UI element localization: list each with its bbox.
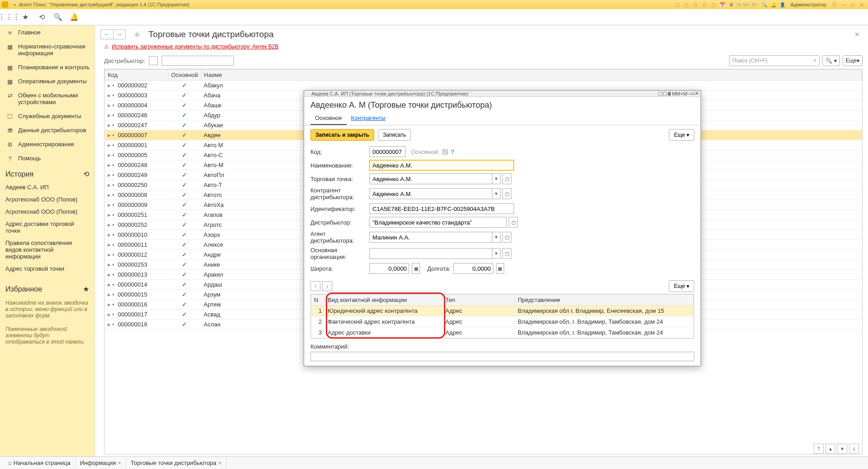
calendar-icon[interactable]: 📅 — [719, 1, 726, 8]
dist-combo[interactable] — [369, 217, 507, 228]
star-icon[interactable]: ★ — [20, 12, 31, 23]
m-plus-label[interactable]: M+ — [676, 91, 683, 96]
expander-icon[interactable]: ▸ ▪ — [108, 221, 114, 228]
bottom-tab[interactable]: Торговые точки дистрибьютора × — [126, 458, 227, 468]
expander-icon[interactable]: ▸ ▪ — [108, 152, 114, 158]
sidebar-item[interactable]: ⇄Обмен с мобильными устройствами — [0, 88, 95, 109]
close-icon[interactable]: ✕ — [858, 1, 865, 8]
expander-icon[interactable]: ▸ ▪ — [108, 311, 114, 318]
expander-icon[interactable]: ▸ ▪ — [108, 182, 114, 188]
tab-close-icon[interactable]: × — [118, 459, 121, 466]
expander-icon[interactable]: ▸ ▪ — [108, 191, 114, 198]
expander-icon[interactable]: ▸ ▪ — [108, 261, 114, 268]
tab-close-icon[interactable]: × — [218, 459, 222, 466]
expander-icon[interactable]: ▸ ▪ — [108, 162, 114, 168]
tab-main[interactable]: Основное — [310, 112, 347, 125]
save-and-close-button[interactable]: Записать и закрыть — [310, 129, 374, 141]
titlebar-icon[interactable]: ▢ — [692, 1, 699, 8]
move-down-button[interactable]: ↓ — [322, 281, 332, 291]
scroll-up-button[interactable]: ▲ — [825, 444, 835, 454]
more-button[interactable]: Еще ▾ — [843, 55, 863, 66]
search-clear-icon[interactable]: × — [813, 57, 816, 64]
stepper-icon[interactable]: ▦ — [412, 263, 420, 274]
history-item[interactable]: Адрес доставки торговой точки — [0, 218, 95, 237]
m-minus-label[interactable]: M− — [752, 2, 759, 7]
history-item[interactable]: Агротехснаб ООО (Попов) — [0, 206, 95, 218]
contact-row[interactable]: 3Адрес доставкиАдресВладимирская обл, г.… — [311, 327, 694, 338]
comment-textarea[interactable] — [310, 352, 694, 361]
table-row[interactable]: ▸ ▪ 000000002✓Абакул — [105, 81, 862, 91]
distributor-filter-checkbox[interactable] — [149, 56, 158, 65]
lat-input[interactable] — [369, 263, 409, 274]
help-icon[interactable]: ? — [451, 148, 454, 155]
bell-icon[interactable]: 🔔 — [770, 1, 777, 8]
contr-input[interactable] — [370, 189, 492, 199]
history-item[interactable]: Агротехснаб ООО (Попов) — [0, 193, 95, 206]
open-button[interactable]: ▢ — [502, 248, 511, 259]
dialog-restore-icon[interactable]: ▭ — [690, 91, 695, 96]
agent-input[interactable] — [370, 232, 492, 242]
titlebar-icon[interactable]: ▢ — [701, 1, 708, 8]
sidebar-item[interactable]: ▦Планирование и контроль — [0, 60, 95, 74]
open-button[interactable]: ▢ — [502, 188, 511, 199]
dialog-close-icon[interactable]: ✕ — [695, 91, 699, 96]
dialog-titlebar[interactable]: Авдеев С.А. ИП (Торговые точки дистрибью… — [304, 91, 701, 97]
org-input[interactable] — [370, 249, 492, 258]
bottom-tab[interactable]: ⌂ Начальная страница — [4, 458, 76, 468]
expander-icon[interactable]: ▸ ▪ — [108, 241, 114, 248]
dcol-n[interactable]: N — [311, 295, 325, 306]
bell-icon[interactable]: 🔔 — [69, 12, 80, 23]
history-clock-icon[interactable]: ⟲ — [83, 170, 89, 178]
search-button[interactable]: 🔍 ▾ — [822, 55, 839, 66]
tp-input[interactable] — [370, 174, 492, 184]
chevron-down-icon[interactable]: ▼ — [492, 174, 500, 184]
expander-icon[interactable]: ▸ ▪ — [108, 231, 114, 238]
dialog-icon[interactable]: ▢ — [658, 91, 663, 96]
dropdown-icon[interactable]: ▾ — [11, 1, 18, 8]
maximize-icon[interactable]: ▭ — [849, 1, 856, 8]
expander-icon[interactable]: ▸ ▪ — [108, 281, 114, 288]
contact-row[interactable]: 2Фактический адрес контрагентаАдресВлади… — [311, 316, 694, 327]
scroll-down-button[interactable]: ▼ — [837, 444, 847, 454]
contact-row[interactable]: 1Юридический адрес контрагентаАдресВлади… — [311, 306, 694, 316]
tab-contractors[interactable]: Контрагенты — [347, 112, 391, 125]
search-input[interactable]: Поиск (Ctrl+F) × — [729, 55, 820, 66]
open-button[interactable]: ▢ — [509, 217, 518, 228]
dcol-kind[interactable]: Вид контактной информации — [325, 295, 443, 306]
sidebar-item[interactable]: ▦Нормативно-справочная информация — [0, 39, 95, 60]
history-item[interactable]: Адрес торговой точки — [0, 263, 95, 275]
expander-icon[interactable]: ▸ ▪ — [108, 112, 114, 119]
expander-icon[interactable]: ▸ ▪ — [108, 92, 114, 99]
chevron-down-icon[interactable]: ▼ — [492, 232, 500, 242]
warning-link[interactable]: Исправить загруженные документы по дистр… — [112, 43, 279, 50]
expander-icon[interactable]: ▸ ▪ — [108, 102, 114, 109]
contr-combo[interactable]: ▼ — [369, 188, 501, 199]
m-plus-label[interactable]: M+ — [743, 2, 750, 7]
move-up-button[interactable]: ↑ — [310, 281, 320, 291]
open-button[interactable]: ▢ — [502, 173, 511, 184]
dcol-repr[interactable]: Представление — [515, 295, 694, 306]
chevron-down-icon[interactable]: ▼ — [492, 249, 500, 258]
col-main[interactable]: Основной — [168, 70, 201, 81]
tp-combo[interactable]: ▼ — [369, 173, 501, 184]
col-name[interactable]: Наиме — [201, 70, 862, 81]
expander-icon[interactable]: ▸ ▪ — [108, 321, 114, 328]
name-input[interactable] — [369, 160, 514, 171]
admin-label[interactable]: Администратор — [791, 2, 826, 7]
titlebar-icon[interactable]: ▢ — [710, 1, 717, 8]
favorite-star-icon[interactable]: ★ — [133, 29, 141, 40]
open-button[interactable]: ▢ — [502, 232, 511, 243]
grid-more-button[interactable]: Еще ▾ — [669, 280, 694, 292]
expander-icon[interactable]: ▸ ▪ — [108, 122, 114, 129]
history-item[interactable]: Авдеев С.А. ИП — [0, 181, 95, 193]
expander-icon[interactable]: ▸ ▪ — [108, 301, 114, 308]
m-minus-label[interactable]: M− — [683, 91, 690, 96]
titlebar-icon[interactable]: ▢ — [673, 1, 681, 8]
history-icon[interactable]: ⟲ — [36, 12, 47, 23]
minimize-icon[interactable]: — — [840, 1, 847, 8]
expander-icon[interactable]: ▸ ▪ — [108, 271, 114, 278]
close-page-button[interactable]: ✕ — [852, 31, 863, 38]
chevron-down-icon[interactable]: ▼ — [492, 189, 500, 199]
sidebar-item[interactable]: ☐Служебные документы — [0, 109, 95, 123]
sidebar-item[interactable]: ⛃Данные дистрибьюторов — [0, 123, 95, 137]
